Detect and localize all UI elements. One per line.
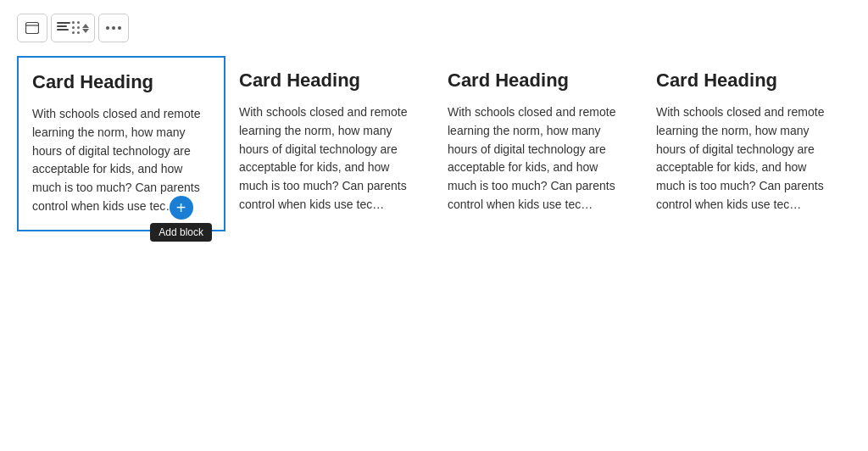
text-paragraph-icon (57, 20, 70, 36)
card-3-body: With schools closed and remote learning … (448, 103, 626, 214)
block-controls-group[interactable] (51, 14, 95, 42)
card-3[interactable]: Card HeadingWith schools closed and remo… (434, 56, 643, 231)
card-4-heading: Card Heading (656, 70, 834, 92)
add-block-tooltip: Add block (150, 223, 212, 242)
three-dots-icon (106, 26, 121, 30)
svg-rect-4 (57, 29, 69, 31)
card-1-heading: Card Heading (32, 71, 207, 93)
card-3-heading: Card Heading (448, 70, 626, 92)
card-2-body: With schools closed and remote learning … (239, 103, 417, 214)
add-block-button[interactable]: + (170, 196, 193, 220)
svg-rect-2 (57, 22, 70, 24)
card-2[interactable]: Card HeadingWith schools closed and remo… (225, 56, 434, 231)
card-4-body: With schools closed and remote learning … (656, 103, 834, 214)
reorder-icon (82, 24, 89, 33)
card-4[interactable]: Card HeadingWith schools closed and remo… (643, 56, 851, 231)
svg-rect-3 (57, 25, 67, 27)
browser-button[interactable] (17, 14, 47, 42)
more-options-button[interactable] (98, 14, 129, 42)
add-block-container: +Add block (150, 196, 212, 242)
cards-grid: Card HeadingWith schools closed and remo… (17, 56, 851, 231)
browser-icon (25, 21, 39, 35)
toolbar (17, 14, 851, 42)
drag-handle-icon (72, 21, 81, 35)
card-1[interactable]: Card HeadingWith schools closed and remo… (17, 56, 225, 231)
card-2-heading: Card Heading (239, 70, 417, 92)
svg-rect-0 (26, 23, 39, 34)
